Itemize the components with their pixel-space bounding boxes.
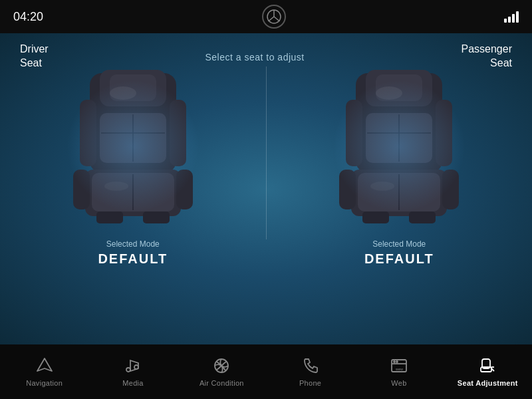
svg-line-3: [274, 17, 280, 21]
signal-icon: [504, 11, 519, 23]
svg-point-20: [104, 182, 128, 191]
nav-item-phone[interactable]: Phone: [266, 344, 354, 399]
mercedes-logo: [262, 5, 286, 29]
passenger-seat-image: [326, 60, 472, 233]
svg-rect-34: [362, 211, 389, 223]
passenger-seat-section[interactable]: Selected Mode DEFAULT: [267, 60, 533, 267]
svg-rect-15: [73, 170, 90, 209]
seats-container: Selected Mode DEFAULT: [0, 47, 532, 279]
driver-seat-image: [60, 60, 206, 233]
seat-adjustment-icon: [478, 356, 497, 375]
svg-rect-28: [436, 100, 452, 166]
navigation-icon: [35, 356, 54, 375]
driver-seat-section[interactable]: Selected Mode DEFAULT: [0, 60, 266, 267]
svg-point-36: [376, 86, 402, 100]
status-bar: 04:20: [0, 0, 532, 33]
media-icon: [124, 356, 142, 375]
nav-item-seat-adjustment[interactable]: Seat Adjustment: [444, 344, 532, 399]
nav-item-media[interactable]: Media: [88, 344, 177, 399]
svg-line-2: [268, 17, 274, 21]
passenger-mode-value: DEFAULT: [364, 251, 434, 267]
svg-point-45: [396, 361, 398, 362]
time-display: 04:20: [13, 10, 43, 24]
passenger-seat-info: Selected Mode DEFAULT: [364, 239, 434, 267]
nav-label-phone: Phone: [299, 379, 321, 387]
nav-label-navigation: Navigation: [26, 379, 63, 387]
nav-label-web: Web: [391, 379, 406, 387]
svg-point-39: [126, 368, 130, 372]
svg-rect-35: [409, 211, 436, 223]
svg-marker-38: [37, 358, 52, 371]
svg-rect-32: [339, 170, 356, 209]
svg-rect-33: [442, 170, 459, 209]
nav-label-seat-adjustment: Seat Adjustment: [458, 379, 518, 387]
svg-rect-11: [170, 100, 186, 166]
driver-seat-info: Selected Mode DEFAULT: [98, 239, 168, 267]
web-icon: www: [390, 356, 408, 375]
nav-label-media: Media: [122, 379, 143, 387]
svg-rect-27: [346, 100, 362, 166]
svg-rect-10: [80, 100, 96, 166]
svg-rect-18: [143, 211, 170, 223]
driver-mode-label: Selected Mode: [98, 239, 168, 249]
passenger-mode-label: Selected Mode: [364, 239, 434, 249]
phone-icon: [301, 356, 320, 375]
main-content: DriverSeat Select a seat to adjust Passe…: [0, 33, 532, 344]
svg-text:www: www: [396, 367, 403, 371]
nav-item-air-condition[interactable]: Air Condition: [178, 344, 266, 399]
air-condition-icon: [212, 356, 231, 375]
nav-label-air-condition: Air Condition: [200, 379, 244, 387]
svg-rect-17: [96, 211, 123, 223]
bottom-nav: Navigation Media Air Condition Phone: [0, 344, 532, 399]
nav-item-navigation[interactable]: Navigation: [0, 344, 88, 399]
nav-item-web[interactable]: www Web: [354, 344, 443, 399]
svg-point-19: [110, 86, 136, 100]
svg-point-44: [394, 361, 395, 362]
driver-mode-value: DEFAULT: [98, 251, 168, 267]
svg-point-37: [370, 182, 394, 191]
svg-rect-16: [176, 170, 193, 209]
